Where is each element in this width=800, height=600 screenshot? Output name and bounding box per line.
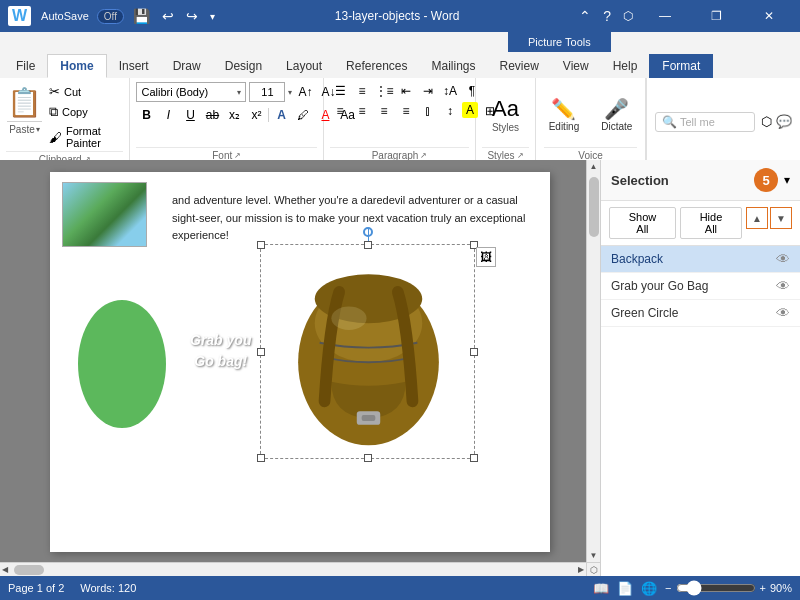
comment-icon[interactable]: 💬 — [776, 114, 792, 129]
handle-tm[interactable] — [364, 241, 372, 249]
grab-text-box[interactable]: Grab you Go bag! — [190, 330, 251, 372]
save-button[interactable]: 💾 — [130, 6, 153, 26]
line-spacing-button[interactable]: ↕ — [440, 102, 460, 120]
view-web-button[interactable]: 🌐 — [641, 581, 657, 596]
zoom-out-button[interactable]: − — [665, 582, 671, 594]
scroll-right-button[interactable]: ▶ — [576, 563, 586, 576]
picture-tools-tab[interactable]: Picture Tools — [508, 32, 611, 52]
ribbon-collapse-button[interactable]: ⌃ — [576, 6, 594, 26]
layout-options-button[interactable]: 🖼 — [476, 247, 496, 267]
autosave-toggle[interactable]: Off — [97, 9, 124, 24]
share-icon[interactable]: ⬡ — [761, 114, 772, 129]
undo-button[interactable]: ↩ — [159, 6, 177, 26]
green-circle[interactable] — [78, 300, 166, 428]
qa-dropdown[interactable]: ▾ — [207, 9, 218, 24]
show-all-button[interactable]: Show All — [609, 207, 676, 239]
cut-button[interactable]: ✂ Cut — [45, 82, 123, 101]
tab-layout[interactable]: Layout — [274, 54, 334, 78]
zoom-slider[interactable] — [676, 580, 756, 596]
panel-item-green-circle[interactable]: Green Circle 👁 — [601, 300, 800, 327]
font-size-dropdown-arrow[interactable]: ▾ — [288, 88, 292, 97]
tab-review[interactable]: Review — [488, 54, 551, 78]
scroll-down-button[interactable]: ▼ — [588, 549, 600, 562]
scroll-thumb[interactable] — [589, 177, 599, 237]
align-center-button[interactable]: ≡ — [352, 102, 372, 120]
eye-icon-green[interactable]: 👁 — [776, 305, 790, 321]
close-button[interactable]: ✕ — [746, 0, 792, 32]
sort-button[interactable]: ↕A — [440, 82, 460, 100]
multilevel-button[interactable]: ⋮≡ — [374, 82, 394, 100]
view-read-button[interactable]: 📖 — [593, 581, 609, 596]
view-print-button[interactable]: 📄 — [617, 581, 633, 596]
paste-button[interactable]: 📋 Paste ▾ — [6, 82, 43, 138]
tab-references[interactable]: References — [334, 54, 419, 78]
minimize-button[interactable]: — — [642, 0, 688, 32]
italic-button[interactable]: I — [158, 106, 178, 124]
backpack-selection-box[interactable]: 🖼 — [260, 244, 475, 459]
h-scroll-thumb[interactable] — [14, 565, 44, 575]
scroll-left-button[interactable]: ◀ — [0, 563, 10, 576]
hide-all-button[interactable]: Hide All — [680, 207, 742, 239]
panel-item-backpack[interactable]: Backpack 👁 — [601, 246, 800, 273]
restore-button[interactable]: ❐ — [694, 0, 740, 32]
handle-tl[interactable] — [257, 241, 265, 249]
handle-bm[interactable] — [364, 454, 372, 462]
redo-button[interactable]: ↪ — [183, 6, 201, 26]
tab-format[interactable]: Format — [649, 54, 713, 78]
styles-button[interactable]: Aa — [492, 96, 519, 122]
bold-button[interactable]: B — [136, 106, 156, 124]
share-button[interactable]: ⬡ — [620, 7, 636, 25]
strikethrough-button[interactable]: ab — [202, 106, 222, 124]
handle-br[interactable] — [470, 454, 478, 462]
paste-dropdown-arrow[interactable]: ▾ — [36, 125, 40, 134]
tab-design[interactable]: Design — [213, 54, 274, 78]
title-bar-right: ⌃ ? ⬡ — ❐ ✕ — [576, 0, 792, 32]
subscript-button[interactable]: x₂ — [224, 106, 244, 124]
help-button[interactable]: ? — [600, 6, 614, 26]
move-up-button[interactable]: ▲ — [746, 207, 768, 229]
tab-view[interactable]: View — [551, 54, 601, 78]
font-name-dropdown-arrow[interactable]: ▾ — [237, 88, 241, 97]
scroll-up-button[interactable]: ▲ — [588, 160, 600, 173]
panel-dropdown-arrow[interactable]: ▾ — [784, 173, 790, 187]
eye-icon-grab[interactable]: 👁 — [776, 278, 790, 294]
page-info: Page 1 of 2 — [8, 582, 64, 594]
handle-bl[interactable] — [257, 454, 265, 462]
tab-insert[interactable]: Insert — [107, 54, 161, 78]
expand-tab-button[interactable]: ⬡ — [586, 562, 600, 576]
handle-mr[interactable] — [470, 348, 478, 356]
panel-item-grab-go-bag[interactable]: Grab your Go Bag 👁 — [601, 273, 800, 300]
styles-expand-icon[interactable]: ↗ — [517, 151, 524, 160]
tab-file[interactable]: File — [4, 54, 47, 78]
tab-help[interactable]: Help — [601, 54, 650, 78]
tab-draw[interactable]: Draw — [161, 54, 213, 78]
format-painter-button[interactable]: 🖌 Format Painter — [45, 123, 123, 151]
increase-font-button[interactable]: A↑ — [295, 83, 315, 101]
editing-button[interactable]: ✏️ Editing — [542, 93, 587, 136]
dictate-button[interactable]: 🎤 Dictate — [594, 93, 639, 136]
bullets-button[interactable]: ☰ — [330, 82, 350, 100]
align-left-button[interactable]: ≡ — [330, 102, 350, 120]
zoom-in-button[interactable]: + — [760, 582, 766, 594]
paragraph-expand-icon[interactable]: ↗ — [420, 151, 427, 160]
font-size-input[interactable] — [249, 82, 285, 102]
align-right-button[interactable]: ≡ — [374, 102, 394, 120]
eye-icon-backpack[interactable]: 👁 — [776, 251, 790, 267]
font-name-selector[interactable]: Calibri (Body) ▾ — [136, 82, 246, 102]
handle-ml[interactable] — [257, 348, 265, 356]
superscript-button[interactable]: x² — [246, 106, 266, 124]
move-down-button[interactable]: ▼ — [770, 207, 792, 229]
underline-button[interactable]: U — [180, 106, 200, 124]
search-box[interactable]: 🔍 Tell me — [655, 112, 755, 132]
copy-button[interactable]: ⧉ Copy — [45, 102, 123, 122]
tab-home[interactable]: Home — [47, 54, 106, 78]
highlight-button[interactable]: 🖊 — [293, 106, 313, 124]
increase-indent-button[interactable]: ⇥ — [418, 82, 438, 100]
text-effects-button[interactable]: A — [271, 106, 291, 124]
decrease-indent-button[interactable]: ⇤ — [396, 82, 416, 100]
justify-button[interactable]: ≡ — [396, 102, 416, 120]
font-expand-icon[interactable]: ↗ — [234, 151, 241, 160]
numbering-button[interactable]: ≡ — [352, 82, 372, 100]
columns-button[interactable]: ⫿ — [418, 102, 438, 120]
tab-mailings[interactable]: Mailings — [419, 54, 487, 78]
